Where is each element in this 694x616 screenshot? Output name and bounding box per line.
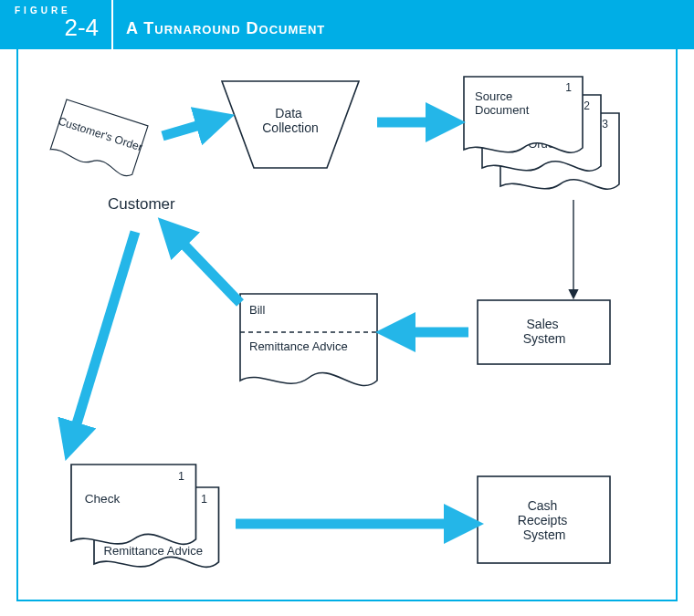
- figure-header: FIGURE 2-4 A Turnaround Document: [0, 0, 694, 49]
- diagram-canvas: Customer's Order Data Collection 3 2 Sal…: [16, 49, 678, 601]
- figure-number: 2-4: [15, 14, 111, 42]
- source-document-stack: 3 2 Sales Order 1 Source Document: [464, 77, 619, 189]
- figure-title: A Turnaround Document: [113, 19, 325, 49]
- remittance-advice-label: Remittance Advice: [249, 339, 348, 353]
- copy-number-2: 2: [584, 99, 590, 112]
- figure-page: FIGURE 2-4 A Turnaround Document Custome…: [0, 0, 694, 616]
- check-remittance-stack: 1 Remittance Advice 1 Check: [71, 465, 219, 567]
- arrow-customer-to-check: [71, 232, 135, 442]
- remittance-advice-out-label: Remittance Advice: [104, 544, 204, 558]
- bill-label: Bill: [249, 303, 265, 317]
- bill-remittance-node: Bill Remittance Advice: [240, 294, 377, 385]
- remittance-copy-number: 1: [201, 493, 207, 506]
- arrow-order-to-collection: [163, 120, 216, 136]
- check-copy-number: 1: [178, 470, 184, 483]
- customers-order-document: Customer's Order: [48, 99, 149, 179]
- arrow-bill-to-customer: [172, 232, 240, 303]
- data-collection-node: Data Collection: [222, 81, 359, 168]
- figure-number-block: FIGURE 2-4: [0, 0, 113, 49]
- copy-number-1: 1: [565, 81, 572, 94]
- cash-receipts-system-node: Cash Receipts System: [478, 476, 610, 563]
- copy-number-3: 3: [602, 118, 608, 131]
- sales-system-node: Sales System: [478, 300, 610, 364]
- sales-system-label: Sales System: [523, 317, 566, 346]
- customer-label: Customer: [108, 195, 175, 213]
- check-label: Check: [85, 492, 121, 506]
